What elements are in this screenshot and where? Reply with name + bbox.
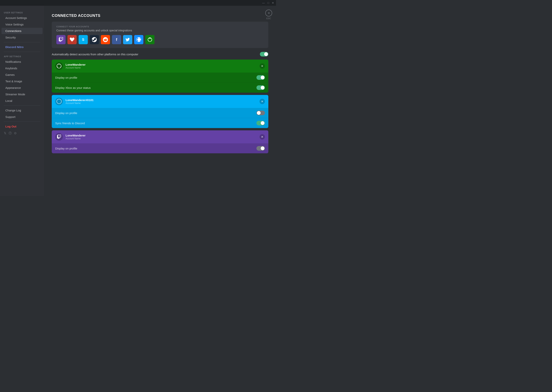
- connect-twitch-button[interactable]: [56, 35, 65, 44]
- app-body: User Settings Account Settings Voice Set…: [0, 6, 276, 196]
- battlenet-card-header: LoneWanderer#0101 Account Name ✕: [52, 95, 268, 108]
- sidebar-item-nitro[interactable]: Discord Nitro: [1, 44, 43, 50]
- battlenet-username: LoneWanderer#0101: [65, 98, 94, 102]
- xbox-account-label: Account Name: [65, 66, 86, 69]
- minimize-button[interactable]: —: [262, 1, 265, 4]
- connect-accounts-box: Connect Your Accounts Connect these gami…: [52, 22, 268, 48]
- maximize-button[interactable]: □: [268, 1, 269, 4]
- connect-curse-button[interactable]: [67, 35, 77, 44]
- twitch-display-profile-label: Display on profile: [55, 147, 77, 150]
- twitch-display-profile-toggle-thumb: [261, 147, 264, 150]
- connect-steam-button[interactable]: [90, 35, 99, 44]
- connect-icons-row: S f: [56, 35, 264, 44]
- auto-detect-toggle-thumb: [264, 52, 268, 56]
- connect-accounts-label: Connect Your Accounts: [56, 25, 264, 28]
- xbox-display-status-row: Display Xbox as your status: [52, 83, 268, 93]
- user-settings-section-label: User Settings: [0, 10, 44, 14]
- xbox-display-profile-label: Display on profile: [55, 76, 77, 79]
- sidebar-item-connections[interactable]: Connections: [1, 28, 43, 34]
- main-content: ✕ ESC Connected Accounts Connect Your Ac…: [44, 6, 276, 196]
- xbox-card-info: LoneWanderer Account Name: [65, 63, 86, 69]
- sidebar: User Settings Account Settings Voice Set…: [0, 6, 44, 196]
- esc-label: ESC: [266, 17, 271, 20]
- twitch-card-header-left: LoneWanderer Account Name: [55, 133, 86, 141]
- xbox-display-profile-row: Display on profile: [52, 73, 268, 83]
- battlenet-sync-friends-toggle[interactable]: [256, 121, 265, 125]
- sidebar-item-appearance[interactable]: Appearance: [1, 84, 43, 91]
- page-title: Connected Accounts: [52, 14, 268, 18]
- sidebar-item-security[interactable]: Security: [1, 34, 43, 41]
- sidebar-item-notifications[interactable]: Notifications: [1, 59, 43, 65]
- sidebar-divider-3: [4, 105, 40, 106]
- xbox-display-status-toggle[interactable]: [256, 85, 265, 90]
- twitch-username: LoneWanderer: [65, 134, 86, 137]
- sidebar-social: 𝕏 ⓕ ⊙: [0, 130, 44, 137]
- auto-detect-row: Automatically detect accounts from other…: [52, 52, 268, 56]
- battlenet-display-profile-row: Display on profile: [52, 108, 268, 118]
- connect-skype-button[interactable]: S: [79, 35, 88, 44]
- battlenet-account-label: Account Name: [65, 102, 94, 105]
- xbox-account-card: LoneWanderer Account Name ✕ Display on p…: [52, 60, 268, 93]
- sidebar-divider-1: [4, 42, 40, 42]
- battlenet-sync-friends-label: Sync friends to Discord: [55, 122, 85, 125]
- twitch-account-label: Account Name: [65, 137, 86, 140]
- twitter-social-icon[interactable]: 𝕏: [4, 131, 6, 135]
- xbox-card-close-button[interactable]: ✕: [260, 63, 265, 69]
- connect-reddit-button[interactable]: [101, 35, 110, 44]
- twitch-display-profile-toggle[interactable]: [256, 146, 265, 151]
- sidebar-item-voice-settings[interactable]: Voice Settings: [1, 21, 43, 28]
- xbox-display-profile-toggle[interactable]: [256, 75, 265, 80]
- esc-icon: ✕: [265, 10, 272, 16]
- facebook-social-icon[interactable]: ⓕ: [9, 131, 12, 135]
- battlenet-display-profile-label: Display on profile: [55, 112, 77, 115]
- sidebar-item-local[interactable]: Local: [1, 98, 43, 104]
- twitch-account-card: LoneWanderer Account Name ✕ Display on p…: [52, 130, 268, 153]
- connect-accounts-description: Connect these gaming accounts and unlock…: [56, 29, 264, 32]
- sidebar-item-logout[interactable]: Log Out: [1, 123, 43, 130]
- battlenet-card-close-button[interactable]: ✕: [260, 99, 265, 104]
- auto-detect-label: Automatically detect accounts from other…: [52, 53, 138, 56]
- sidebar-divider-2: [4, 52, 40, 52]
- twitch-display-profile-row: Display on profile: [52, 143, 268, 153]
- battlenet-display-profile-toggle-thumb: [257, 111, 261, 115]
- battlenet-sync-friends-row: Sync friends to Discord: [52, 118, 268, 128]
- xbox-display-profile-toggle-thumb: [261, 76, 264, 79]
- connect-twitter-button[interactable]: [123, 35, 132, 44]
- xbox-card-header-left: LoneWanderer Account Name: [55, 62, 86, 70]
- app-settings-section-label: App Settings: [0, 53, 44, 58]
- sidebar-item-keybinds[interactable]: Keybinds: [1, 65, 43, 71]
- connect-xbox-button[interactable]: [145, 35, 154, 44]
- twitch-card-logo: [55, 133, 63, 141]
- battlenet-display-profile-toggle[interactable]: [256, 111, 265, 115]
- twitch-card-info: LoneWanderer Account Name: [65, 134, 86, 140]
- xbox-username: LoneWanderer: [65, 63, 86, 66]
- battlenet-account-card: LoneWanderer#0101 Account Name ✕ Display…: [52, 95, 268, 128]
- xbox-display-status-label: Display Xbox as your status: [55, 86, 91, 89]
- battlenet-sync-friends-toggle-thumb: [261, 121, 264, 125]
- auto-detect-toggle[interactable]: [260, 52, 268, 56]
- sidebar-item-games[interactable]: Games: [1, 72, 43, 78]
- twitch-card-header: LoneWanderer Account Name ✕: [52, 130, 268, 143]
- sidebar-item-streamer-mode[interactable]: Streamer Mode: [1, 91, 43, 98]
- connect-battlenet-button[interactable]: [134, 35, 143, 44]
- battlenet-card-info: LoneWanderer#0101 Account Name: [65, 98, 94, 105]
- titlebar: — □ ✕: [0, 0, 276, 6]
- twitch-card-close-button[interactable]: ✕: [260, 134, 265, 140]
- close-button[interactable]: ✕: [272, 1, 274, 4]
- xbox-card-logo: [55, 62, 63, 70]
- sidebar-item-account-settings[interactable]: Account Settings: [1, 15, 43, 21]
- instagram-social-icon[interactable]: ⊙: [14, 131, 16, 135]
- xbox-card-header: LoneWanderer Account Name ✕: [52, 60, 268, 73]
- xbox-display-status-toggle-thumb: [261, 86, 264, 90]
- battlenet-card-header-left: LoneWanderer#0101 Account Name: [55, 98, 94, 105]
- sidebar-item-support[interactable]: Support: [1, 114, 43, 120]
- sidebar-item-change-log[interactable]: Change Log: [1, 107, 43, 113]
- sidebar-item-text-image[interactable]: Text & Image: [1, 78, 43, 84]
- esc-button[interactable]: ✕ ESC: [265, 10, 272, 20]
- connect-facebook-button[interactable]: f: [112, 35, 121, 44]
- battlenet-card-logo: [55, 98, 63, 105]
